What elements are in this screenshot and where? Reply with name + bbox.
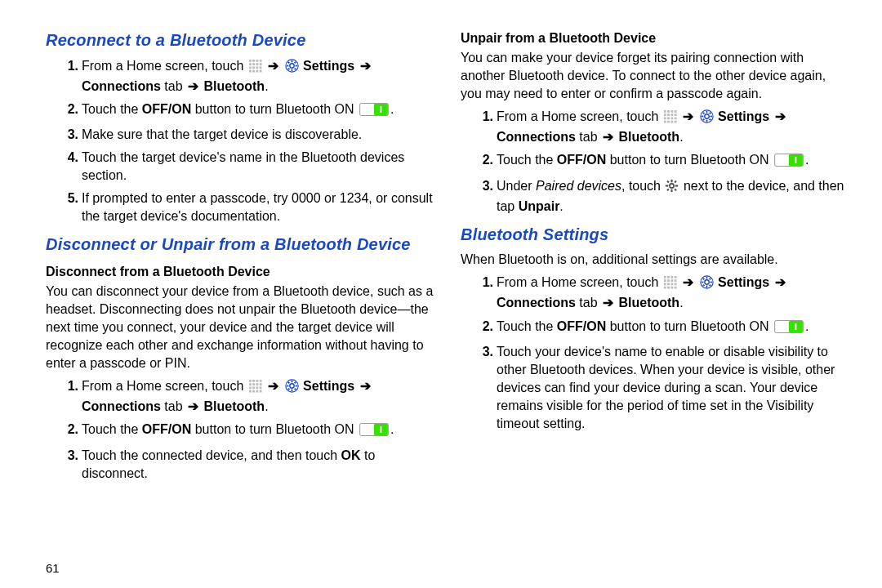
text: Connections (82, 399, 161, 413)
arrow-icon: ➔ (266, 59, 280, 73)
toggle-on-icon (773, 154, 804, 172)
step: Touch the OFF/ON button to turn Bluetoot… (461, 151, 849, 172)
text: button to turn Bluetooth ON (606, 319, 773, 333)
text: Bluetooth (615, 296, 679, 310)
arrow-icon: ➔ (601, 130, 615, 144)
text: Bluetooth (200, 79, 265, 93)
device-gear-icon (665, 179, 679, 198)
step: From a Home screen, touch ➔ Settings ➔ C… (46, 377, 434, 416)
text: button to turn Bluetooth ON (191, 102, 358, 116)
toggle-on-icon (359, 103, 390, 121)
step: Touch the OFF/ON button to turn Bluetoot… (46, 100, 434, 121)
text: Connections (82, 79, 161, 93)
arrow-icon: ➔ (186, 399, 200, 413)
step: From a Home screen, touch ➔ Settings ➔ C… (461, 274, 849, 312)
subheading-unpair: Unpair from a Bluetooth Device (461, 29, 849, 47)
arrow-icon: ➔ (266, 379, 280, 393)
subheading-disconnect: Disconnect from a Bluetooth Device (46, 263, 434, 281)
text: Touch the (497, 153, 557, 167)
step: Under Paired devices, touch next to the … (461, 177, 849, 216)
arrow-icon: ➔ (601, 296, 615, 310)
text: tab (161, 79, 186, 93)
settings-gear-icon (285, 379, 299, 398)
step: From a Home screen, touch ➔ Settings ➔ C… (46, 57, 434, 96)
step: Touch the OFF/ON button to turn Bluetoot… (461, 318, 849, 338)
text: Paired devices (536, 179, 621, 193)
arrow-icon: ➔ (681, 109, 695, 123)
arrow-icon: ➔ (681, 275, 695, 289)
text: Bluetooth (200, 399, 265, 413)
steps-unpair: From a Home screen, touch ➔ Settings ➔ C… (461, 108, 849, 215)
text: Settings (718, 109, 773, 123)
paragraph: When Bluetooth is on, additional setting… (461, 251, 849, 269)
step: Make sure that the target device is disc… (46, 126, 434, 144)
arrow-icon: ➔ (773, 275, 787, 289)
text: From a Home screen, touch (497, 109, 662, 123)
text: Settings (718, 275, 773, 289)
text: OK (341, 448, 361, 462)
heading-reconnect: Reconnect to a Bluetooth Device (46, 29, 434, 52)
text: tab (576, 296, 601, 310)
arrow-icon: ➔ (773, 109, 787, 123)
toggle-on-icon (359, 423, 390, 441)
text: Connections (497, 130, 576, 144)
text: button to turn Bluetooth ON (606, 153, 773, 167)
step: From a Home screen, touch ➔ Settings ➔ C… (461, 108, 849, 146)
text: tab (576, 130, 601, 144)
text: Settings (303, 379, 359, 393)
settings-gear-icon (285, 59, 299, 78)
arrow-icon: ➔ (359, 59, 372, 73)
text: OFF/ON (557, 319, 606, 333)
text: OFF/ON (557, 153, 606, 167)
steps-bt-settings: From a Home screen, touch ➔ Settings ➔ C… (461, 274, 849, 433)
toggle-on-icon (773, 320, 804, 338)
step: If prompted to enter a passcode, try 000… (46, 189, 434, 225)
text: Bluetooth (615, 130, 679, 144)
arrow-icon: ➔ (186, 79, 200, 93)
settings-gear-icon (700, 109, 714, 128)
text: Under (497, 179, 536, 193)
page-number: 61 (46, 561, 60, 575)
text: Touch the (82, 422, 142, 436)
text: Touch the (497, 319, 557, 333)
settings-gear-icon (700, 275, 714, 294)
text: , touch (621, 179, 664, 193)
text: button to turn Bluetooth ON (191, 422, 358, 436)
apps-grid-icon (248, 379, 262, 398)
step: Touch the target device's name in the Bl… (46, 149, 434, 185)
paragraph: You can disconnect your device from a Bl… (46, 283, 434, 372)
text: OFF/ON (142, 422, 191, 436)
text: tab (161, 399, 186, 413)
apps-grid-icon (663, 109, 677, 128)
arrow-icon: ➔ (359, 379, 372, 393)
text: Connections (497, 296, 576, 310)
text: Touch the (82, 102, 142, 116)
paragraph: You can make your device forget its pair… (461, 49, 849, 103)
heading-bluetooth-settings: Bluetooth Settings (461, 224, 849, 247)
step: Touch the connected device, and then tou… (46, 447, 434, 483)
steps-reconnect: From a Home screen, touch ➔ Settings ➔ C… (46, 57, 434, 226)
apps-grid-icon (663, 275, 677, 294)
text: From a Home screen, touch (497, 275, 662, 289)
step: Touch the OFF/ON button to turn Bluetoot… (46, 421, 434, 441)
text: Settings (303, 59, 359, 73)
text: From a Home screen, touch (82, 59, 247, 73)
text: From a Home screen, touch (82, 379, 247, 393)
text: Unpair (519, 199, 560, 213)
step: Touch your device's name to enable or di… (461, 343, 849, 433)
text: Touch the connected device, and then tou… (82, 448, 341, 462)
heading-disconnect-unpair: Disconnect or Unpair from a Bluetooth De… (46, 234, 434, 256)
steps-disconnect: From a Home screen, touch ➔ Settings ➔ C… (46, 377, 434, 482)
apps-grid-icon (248, 59, 262, 78)
text: OFF/ON (142, 102, 191, 116)
